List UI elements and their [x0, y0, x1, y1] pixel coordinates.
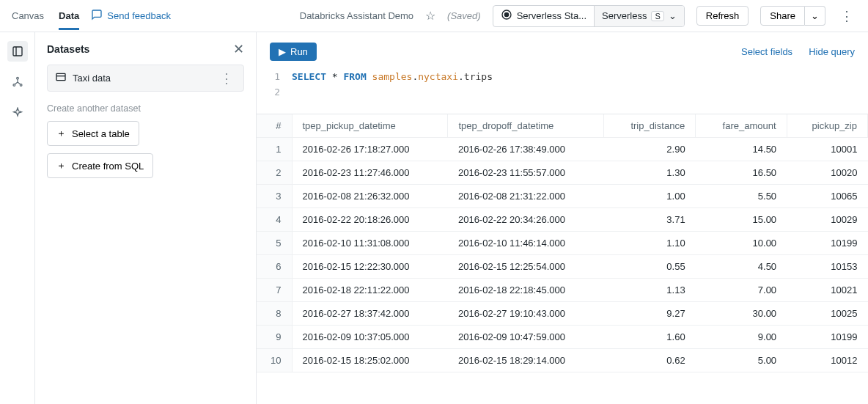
cell-distance: 1.13 — [603, 278, 695, 301]
star-icon[interactable]: ☆ — [425, 9, 435, 23]
row-number: 2 — [257, 161, 292, 184]
table-row[interactable]: 52016-02-10 11:31:08.0002016-02-10 11:46… — [257, 231, 868, 254]
cell-zip: 10065 — [787, 184, 867, 207]
close-icon[interactable]: ✕ — [233, 41, 244, 57]
cell-fare: 14.50 — [696, 137, 787, 161]
col-dropoff[interactable]: tpep_dropoff_datetime — [448, 114, 603, 138]
dataset-item-label: Taxi data — [73, 73, 111, 84]
row-number: 3 — [257, 184, 292, 207]
cell-zip: 10001 — [787, 137, 867, 161]
line-gutter: 2 — [270, 85, 280, 100]
cell-pickup: 2016-02-22 20:18:26.000 — [292, 207, 448, 231]
tab-data[interactable]: Data — [59, 1, 79, 30]
cell-distance: 0.62 — [603, 348, 695, 372]
cell-dropoff: 2016-02-09 10:47:59.000 — [448, 325, 603, 348]
share-button-group: Share ⌄ — [760, 6, 825, 26]
table-row[interactable]: 42016-02-22 20:18:26.0002016-02-22 20:34… — [257, 207, 868, 231]
col-distance[interactable]: trip_distance — [603, 114, 695, 138]
cell-distance: 9.27 — [603, 301, 695, 325]
cell-fare: 15.00 — [696, 207, 787, 231]
refresh-button[interactable]: Refresh — [696, 6, 749, 26]
cell-fare: 5.50 — [696, 184, 787, 207]
cell-distance: 1.00 — [603, 184, 695, 207]
cell-dropoff: 2016-02-15 12:25:54.000 — [448, 254, 603, 278]
cell-pickup: 2016-02-26 17:18:27.000 — [292, 137, 448, 161]
table-header-row: # tpep_pickup_datetime tpep_dropoff_date… — [257, 114, 868, 138]
share-button[interactable]: Share — [760, 6, 805, 26]
cell-dropoff: 2016-02-18 22:18:45.000 — [448, 278, 603, 301]
top-bar: Canvas Data Send feedback Databricks Ass… — [0, 0, 868, 32]
table-row[interactable]: 92016-02-09 10:37:05.0002016-02-09 10:47… — [257, 325, 868, 348]
cell-pickup: 2016-02-10 11:31:08.000 — [292, 231, 448, 254]
cell-distance: 1.10 — [603, 231, 695, 254]
compute-selector[interactable]: Serverless Sta... Serverless S ⌄ — [493, 5, 685, 27]
left-rail — [0, 32, 35, 404]
create-from-sql-button[interactable]: ＋Create from SQL — [47, 153, 153, 178]
cell-fare: 5.00 — [696, 348, 787, 372]
compute-right-label: Serverless — [602, 10, 647, 21]
col-fare[interactable]: fare_amount — [696, 114, 787, 138]
svg-rect-2 — [13, 47, 22, 56]
play-icon: ▶ — [279, 46, 286, 57]
svg-point-1 — [504, 12, 508, 16]
tab-canvas[interactable]: Canvas — [12, 1, 44, 30]
dataset-item-taxi[interactable]: Taxi data ⋮ — [47, 65, 244, 92]
line-gutter: 1 — [270, 70, 280, 85]
create-sql-label: Create from SQL — [72, 161, 144, 172]
cell-fare: 7.00 — [696, 278, 787, 301]
col-rownum[interactable]: # — [257, 114, 292, 138]
svg-rect-6 — [56, 73, 65, 80]
chat-icon — [91, 9, 103, 23]
table-row[interactable]: 62016-02-15 12:22:30.0002016-02-15 12:25… — [257, 254, 868, 278]
row-number: 6 — [257, 254, 292, 278]
rail-sparkle-icon[interactable] — [7, 103, 28, 123]
run-label: Run — [290, 46, 308, 57]
cell-fare: 10.00 — [696, 231, 787, 254]
send-feedback-label: Send feedback — [107, 10, 171, 21]
create-another-label: Create another dataset — [47, 103, 244, 114]
row-number: 9 — [257, 325, 292, 348]
kebab-icon[interactable]: ⋮ — [837, 10, 856, 23]
cell-distance: 1.60 — [603, 325, 695, 348]
row-number: 7 — [257, 278, 292, 301]
run-button[interactable]: ▶Run — [270, 43, 317, 61]
cell-dropoff: 2016-02-26 17:38:49.000 — [448, 137, 603, 161]
rail-schema-icon[interactable] — [7, 72, 28, 92]
col-pickup[interactable]: tpep_pickup_datetime — [292, 114, 448, 138]
cell-pickup: 2016-02-15 18:25:02.000 — [292, 348, 448, 372]
cell-pickup: 2016-02-15 12:22:30.000 — [292, 254, 448, 278]
select-table-button[interactable]: ＋Select a table — [47, 121, 139, 146]
table-row[interactable]: 82016-02-27 18:37:42.0002016-02-27 19:10… — [257, 301, 868, 325]
cell-distance: 2.90 — [603, 137, 695, 161]
rail-data-icon[interactable] — [7, 41, 28, 62]
send-feedback-link[interactable]: Send feedback — [91, 9, 171, 23]
row-number: 4 — [257, 207, 292, 231]
cell-zip: 10025 — [787, 301, 867, 325]
compute-badge: S — [651, 11, 663, 21]
svg-point-3 — [16, 77, 18, 79]
table-row[interactable]: 102016-02-15 18:25:02.0002016-02-15 18:2… — [257, 348, 868, 372]
plus-icon: ＋ — [56, 159, 66, 172]
main-panel: ▶Run Select fields Hide query 1 SELECT *… — [257, 32, 868, 404]
table-row[interactable]: 22016-02-23 11:27:46.0002016-02-23 11:55… — [257, 161, 868, 184]
cell-dropoff: 2016-02-22 20:34:26.000 — [448, 207, 603, 231]
cell-pickup: 2016-02-08 21:26:32.000 — [292, 184, 448, 207]
results-grid[interactable]: # tpep_pickup_datetime tpep_dropoff_date… — [257, 114, 868, 404]
cell-pickup: 2016-02-18 22:11:22.000 — [292, 278, 448, 301]
cell-dropoff: 2016-02-08 21:31:22.000 — [448, 184, 603, 207]
table-icon — [55, 71, 67, 85]
saved-indicator: (Saved) — [447, 10, 481, 21]
table-row[interactable]: 12016-02-26 17:18:27.0002016-02-26 17:38… — [257, 137, 868, 161]
cell-pickup: 2016-02-09 10:37:05.000 — [292, 325, 448, 348]
kebab-icon[interactable]: ⋮ — [217, 72, 236, 85]
hide-query-link[interactable]: Hide query — [809, 46, 855, 57]
share-dropdown-button[interactable]: ⌄ — [805, 6, 825, 26]
row-number: 5 — [257, 231, 292, 254]
col-pickupzip[interactable]: pickup_zip — [787, 114, 867, 138]
table-row[interactable]: 32016-02-08 21:26:32.0002016-02-08 21:31… — [257, 184, 868, 207]
sql-editor[interactable]: 1 SELECT * FROM samples.nyctaxi.trips 2 — [257, 65, 868, 114]
select-fields-link[interactable]: Select fields — [741, 46, 792, 57]
table-row[interactable]: 72016-02-18 22:11:22.0002016-02-18 22:18… — [257, 278, 868, 301]
select-table-label: Select a table — [72, 128, 130, 139]
cell-distance: 1.30 — [603, 161, 695, 184]
